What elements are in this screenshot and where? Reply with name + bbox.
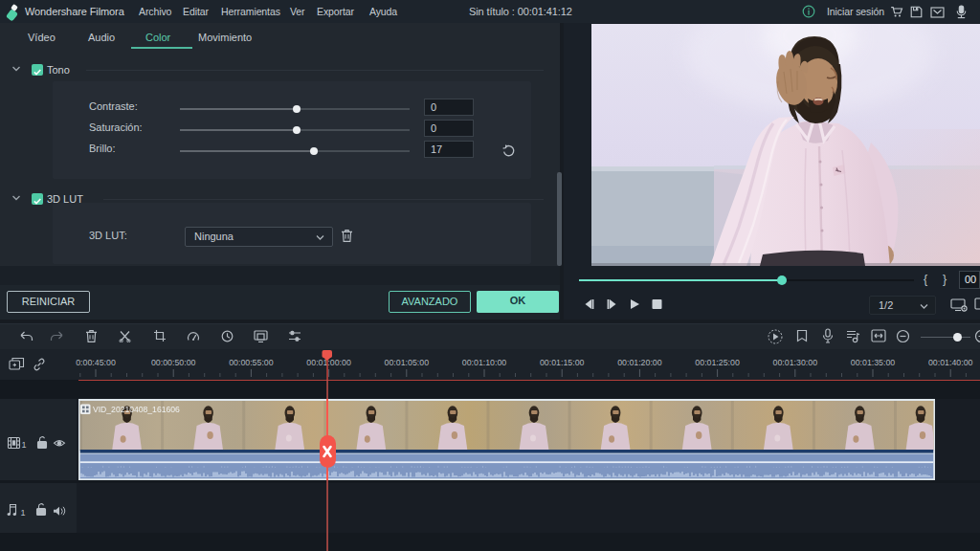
svg-text:1: 1	[21, 508, 26, 518]
svg-text:VID_20210408_161606: VID_20210408_161606	[93, 405, 180, 414]
svg-text:1: 1	[22, 440, 27, 450]
